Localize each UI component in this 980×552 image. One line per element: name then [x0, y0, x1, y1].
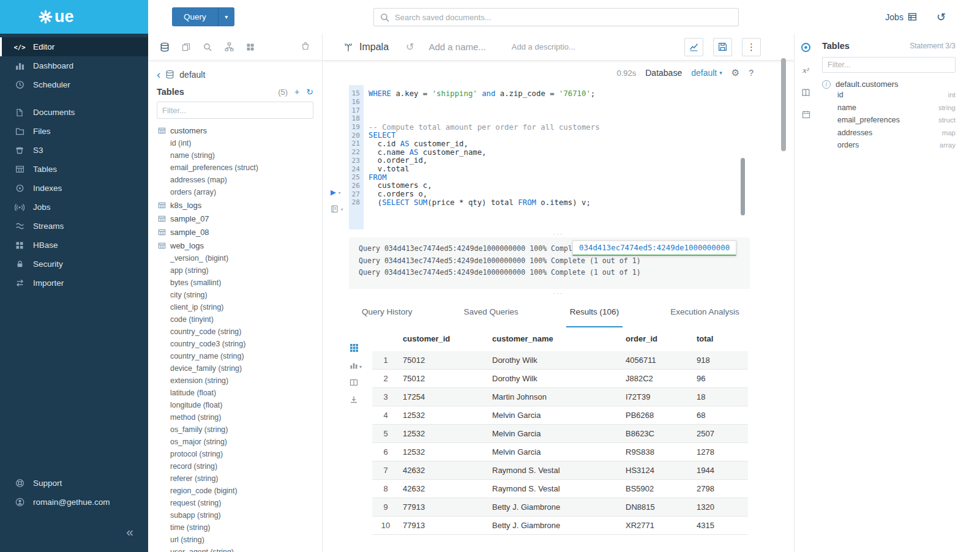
chevron-down-icon[interactable]: ▾ [338, 190, 341, 196]
query-button[interactable]: Query [172, 7, 218, 26]
column-item[interactable]: latitude (float) [148, 387, 322, 399]
tab-saved-queries[interactable]: Saved Queries [460, 297, 522, 327]
column-item[interactable]: country_code3 (string) [148, 338, 322, 350]
tab-results-106[interactable]: Results (106) [566, 297, 623, 327]
column-item[interactable]: id (int) [148, 137, 322, 149]
columns-toggle-icon[interactable] [349, 378, 359, 387]
sidebar-collapse-icon[interactable]: « [126, 524, 133, 539]
column-item[interactable]: email_preferencesstruct [822, 114, 956, 127]
refresh-icon[interactable]: ↻ [306, 87, 313, 97]
column-item[interactable]: url (string) [148, 534, 322, 546]
resize-handle[interactable]: ··· [323, 289, 794, 297]
column-item[interactable]: ordersarray [822, 139, 956, 152]
column-header[interactable]: customer_name [488, 327, 622, 351]
column-item[interactable]: os_major (string) [148, 436, 322, 448]
sidebar-item-s3[interactable]: S3 [0, 141, 148, 160]
column-item[interactable]: region_code (bigint) [148, 485, 322, 497]
query-description-field[interactable]: Add a descriptio... [512, 42, 575, 51]
sidebar-item-hbase[interactable]: HBase [0, 236, 148, 255]
query-name-field[interactable]: Add a name... [428, 42, 485, 52]
bag-icon[interactable] [300, 42, 311, 50]
column-item[interactable]: name (string) [148, 149, 322, 162]
table-item[interactable]: customers [148, 124, 322, 137]
column-item[interactable]: orders (array) [148, 186, 322, 198]
chevron-down-icon[interactable]: ▾ [359, 364, 362, 370]
query-history-icon[interactable]: ↺ [937, 10, 946, 24]
column-item[interactable]: subapp (string) [148, 509, 322, 521]
column-item[interactable]: addressesmap [822, 127, 956, 140]
back-chevron-icon[interactable]: ‹ [157, 69, 160, 80]
column-item[interactable]: namestring [822, 102, 956, 114]
column-item[interactable]: email_preferences (struct) [148, 162, 322, 174]
active-table-item[interactable]: i default.customers [822, 80, 956, 89]
table-item[interactable]: k8s_logs [148, 198, 322, 212]
assistant-icon[interactable] [800, 42, 812, 53]
dictionary-icon[interactable] [331, 205, 339, 213]
chevron-down-icon[interactable]: ▾ [340, 206, 343, 212]
tables-filter-input[interactable] [157, 102, 313, 119]
sql-editor[interactable]: 15WHERE a.key = 'shipping' and a.zip_cod… [323, 85, 794, 229]
sidebar-item-indexes[interactable]: Indexes [0, 179, 148, 198]
tab-query-history[interactable]: Query History [358, 297, 416, 327]
schedule-calendar-icon[interactable] [800, 110, 812, 119]
sidebar-item-scheduler[interactable]: Scheduler [0, 75, 148, 94]
sidebar-item-files[interactable]: Files [0, 122, 148, 141]
engine-selector[interactable]: Impala [343, 42, 389, 53]
table-item[interactable]: sample_07 [148, 212, 322, 225]
column-item[interactable]: record (string) [148, 460, 322, 472]
column-item[interactable]: idint [822, 89, 956, 102]
databases-icon[interactable] [159, 42, 170, 52]
jobs-link[interactable]: Jobs [885, 12, 917, 22]
sidebar-item-jobs[interactable]: Jobs [0, 198, 148, 217]
column-item[interactable]: bytes (smallint) [148, 277, 322, 289]
hue-logo[interactable]: ue [0, 0, 148, 34]
sidebar-item-streams[interactable]: Streams [0, 217, 148, 236]
grid-view-icon[interactable] [349, 343, 359, 352]
global-search-input[interactable] [395, 13, 732, 22]
panel-scrollbar[interactable] [781, 58, 786, 151]
table-item[interactable]: sample_08 [148, 225, 322, 239]
column-item[interactable]: request (string) [148, 497, 322, 509]
column-item[interactable]: addresses (map) [148, 174, 322, 186]
snippet-history-icon[interactable]: ↺ [406, 41, 414, 53]
sitemap-icon[interactable] [223, 42, 234, 52]
chart-button[interactable] [684, 38, 703, 56]
settings-gear-icon[interactable]: ⚙ [731, 67, 739, 78]
query-dropdown-button[interactable]: ▾ [218, 7, 234, 26]
column-item[interactable]: client_ip (string) [148, 301, 322, 313]
right-assist-filter-input[interactable] [822, 57, 956, 73]
sidebar-item-documents[interactable]: Documents [0, 103, 148, 122]
query-id-tooltip[interactable]: 034d413ec7474ed5:4249de1000000000 [572, 241, 736, 256]
column-item[interactable]: protocol (string) [148, 448, 322, 460]
column-header[interactable]: total [693, 327, 748, 351]
column-item[interactable]: referer (string) [148, 472, 322, 485]
more-actions-button[interactable]: ⋮ [742, 38, 761, 56]
copy-documents-icon[interactable] [181, 42, 192, 52]
column-item[interactable]: code (tinyint) [148, 313, 322, 326]
info-icon[interactable]: i [822, 80, 831, 89]
column-item[interactable]: os_family (string) [148, 423, 322, 436]
table-item[interactable]: web_logs [148, 239, 322, 252]
search-icon[interactable] [202, 42, 213, 52]
sidebar-item-tables[interactable]: Tables [0, 160, 148, 179]
column-item[interactable]: country_code (string) [148, 326, 322, 338]
sidebar-item-editor[interactable]: </>Editor [0, 37, 148, 56]
chart-view-icon[interactable] [349, 361, 359, 370]
reference-book-icon[interactable] [800, 88, 812, 97]
resize-handle[interactable]: ··· [323, 229, 794, 237]
sidebar-item-importer[interactable]: Importer [0, 274, 148, 293]
functions-icon[interactable]: x² [800, 65, 812, 75]
play-icon[interactable]: ▶ [331, 188, 336, 197]
database-dropdown[interactable]: default ▾ [691, 68, 722, 78]
column-item[interactable]: device_family (string) [148, 362, 322, 375]
column-item[interactable]: app (string) [148, 264, 322, 277]
column-header[interactable]: order_id [622, 327, 693, 351]
breadcrumb-database[interactable]: default [179, 70, 205, 80]
sidebar-item-security[interactable]: Security [0, 255, 148, 274]
tab-execution-analysis[interactable]: Execution Analysis [667, 297, 743, 327]
help-icon[interactable]: ? [749, 68, 754, 78]
column-item[interactable]: _version_ (bigint) [148, 252, 322, 264]
column-item[interactable]: country_name (string) [148, 350, 322, 362]
column-item[interactable]: time (string) [148, 521, 322, 534]
column-item[interactable]: extension (string) [148, 375, 322, 387]
